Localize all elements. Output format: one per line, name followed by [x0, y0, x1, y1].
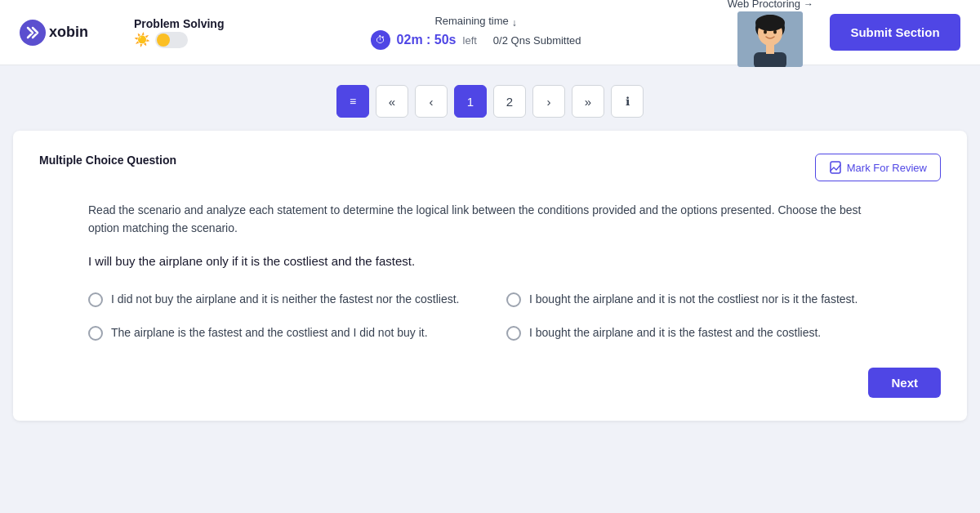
last-page-button[interactable]: »: [572, 85, 604, 118]
prev-page-button[interactable]: ‹: [415, 85, 448, 118]
logo-area: xobin: [20, 20, 118, 46]
proctoring-area: Web Proctoring →: [728, 0, 813, 67]
remaining-label: Remaining time: [434, 15, 508, 27]
option-a[interactable]: I did not buy the airplane and it is nei…: [88, 291, 474, 308]
svg-point-5: [764, 30, 767, 34]
option-d-text: I bought the airplane and it is the fast…: [529, 324, 821, 341]
sun-icon: ☀️: [134, 32, 150, 47]
next-button[interactable]: Next: [868, 368, 941, 398]
timer-row: ⏱ 02m : 50s left 0/2 Qns Submitted: [371, 30, 581, 50]
theme-toggle[interactable]: [155, 32, 188, 48]
timer-left-label: left: [463, 34, 477, 47]
pagination: ≡ « ‹ 1 2 › » ℹ: [0, 65, 980, 131]
logo-text: xobin: [49, 24, 88, 41]
avatar-image: [737, 11, 803, 67]
web-proctoring-label: Web Proctoring: [728, 0, 800, 10]
question-type-label: Multiple Choice Question: [39, 154, 176, 167]
option-c[interactable]: The airplane is the fastest and the cost…: [88, 324, 474, 341]
first-page-button[interactable]: «: [376, 85, 408, 118]
mark-review-label: Mark For Review: [847, 162, 927, 174]
next-page-button[interactable]: ›: [532, 85, 565, 118]
toggle-knob: [157, 33, 170, 47]
options-grid: I did not buy the airplane and it is nei…: [88, 291, 892, 341]
option-c-radio[interactable]: [88, 326, 103, 341]
question-body: Read the scenario and analyze each state…: [39, 201, 941, 341]
header: xobin Problem Solving ☀️ Remaining time …: [0, 0, 980, 65]
svg-point-4: [755, 15, 785, 31]
mark-for-review-button[interactable]: Mark For Review: [815, 154, 941, 181]
option-a-text: I did not buy the airplane and it is nei…: [111, 291, 459, 308]
arrow-indicator: ↓: [512, 17, 517, 29]
svg-rect-7: [754, 52, 786, 67]
question-card: Multiple Choice Question Mark For Review…: [13, 131, 967, 421]
svg-point-6: [773, 30, 777, 34]
option-d[interactable]: I bought the airplane and it is the fast…: [506, 324, 892, 341]
option-a-radio[interactable]: [88, 292, 103, 307]
svg-rect-8: [766, 44, 774, 54]
option-b-text: I bought the airplane and it is not the …: [529, 291, 858, 308]
page-1-button[interactable]: 1: [454, 85, 487, 118]
question-instruction: Read the scenario and analyze each state…: [88, 201, 892, 238]
timer-icon: ⏱: [371, 30, 390, 50]
section-info: Problem Solving ☀️: [134, 17, 224, 48]
page-2-button[interactable]: 2: [493, 85, 526, 118]
logo-icon: [20, 20, 46, 46]
xobin-logo: xobin: [20, 20, 88, 46]
toggle-container[interactable]: ☀️: [134, 32, 224, 48]
option-c-text: The airplane is the fastest and the cost…: [111, 324, 428, 341]
question-text: I will buy the airplane only if it is th…: [88, 254, 892, 268]
option-b[interactable]: I bought the airplane and it is not the …: [506, 291, 892, 308]
bookmark-icon: [829, 161, 842, 174]
timer-value: 02m : 50s: [397, 33, 457, 47]
card-footer: Next: [39, 368, 941, 398]
question-list-button[interactable]: ≡: [336, 85, 369, 118]
info-button[interactable]: ℹ: [611, 85, 644, 118]
question-header: Multiple Choice Question Mark For Review: [39, 154, 941, 181]
option-b-radio[interactable]: [506, 292, 521, 307]
section-title: Problem Solving: [134, 17, 224, 30]
submit-section-button[interactable]: Submit Section: [830, 14, 960, 51]
option-d-radio[interactable]: [506, 326, 521, 341]
proctoring-arrow: →: [804, 0, 813, 10]
avatar: [737, 11, 803, 67]
remaining-area: Remaining time ↓ ⏱ 02m : 50s left 0/2 Qn…: [240, 15, 710, 50]
submitted-count: 0/2 Qns Submitted: [493, 34, 581, 47]
